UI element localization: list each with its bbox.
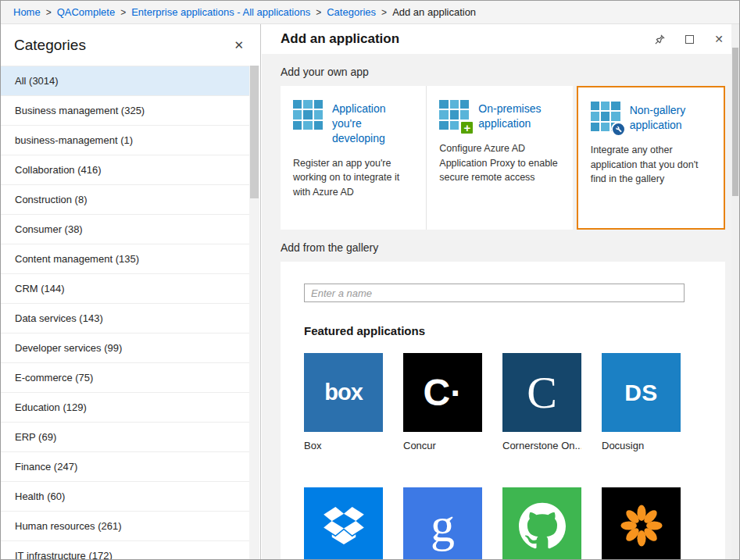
- google-logo-icon: g: [431, 501, 455, 549]
- blade-scrollbar-thumb[interactable]: [732, 48, 738, 196]
- app-tile-docusign[interactable]: DS: [602, 353, 681, 432]
- card-icon: +: [439, 100, 469, 130]
- app-label: Cornerstone On...: [502, 440, 581, 453]
- app-cell-box: boxBox: [304, 353, 383, 453]
- app-cell-docusign: DSDocusign: [602, 353, 681, 453]
- category-item[interactable]: Finance (247): [1, 451, 249, 481]
- azure-portal-window: Home>QAComplete>Enterprise applications …: [0, 0, 740, 560]
- plus-badge-icon: +: [459, 120, 474, 135]
- category-list: All (3014)Business management (325)busin…: [1, 66, 249, 559]
- own-app-card-on-premises[interactable]: +On-premises applicationConfigure Azure …: [426, 86, 572, 230]
- card-title: Non-gallery application: [630, 102, 711, 133]
- category-item[interactable]: All (3014): [1, 66, 249, 95]
- concur-logo-icon: C: [424, 374, 451, 412]
- card-description: Configure Azure AD Application Proxy to …: [439, 141, 559, 185]
- add-application-content: Add your own app Application you're deve…: [262, 54, 731, 559]
- app-label: Concur: [403, 440, 482, 453]
- category-item[interactable]: CRM (144): [1, 273, 249, 303]
- app-cell-google: g: [403, 487, 482, 559]
- add-application-panel: Add an application ✕ Add your own app Ap…: [262, 24, 739, 559]
- breadcrumb-separator: >: [381, 7, 387, 18]
- breadcrumb-item: Add an application: [392, 6, 476, 18]
- app-tile-cornerstone-ondemand[interactable]: C: [502, 353, 581, 432]
- docusign-logo-icon: DS: [624, 380, 658, 406]
- github-octocat-icon: [519, 502, 566, 552]
- category-item[interactable]: Consumer (38): [1, 214, 249, 244]
- card-title: Application you're developing: [332, 100, 413, 146]
- box-wordmark-icon: box: [324, 380, 363, 405]
- cornerstone-logo-icon: C: [527, 370, 557, 416]
- app-cell-concur: C·Concur: [403, 353, 482, 453]
- categories-close-icon[interactable]: ✕: [231, 37, 247, 52]
- category-item[interactable]: Content management (135): [1, 244, 249, 273]
- own-app-heading: Add your own app: [281, 66, 725, 78]
- categories-panel: Categories ✕ All (3014)Business manageme…: [1, 24, 261, 559]
- categories-scrollbar-thumb[interactable]: [250, 66, 259, 198]
- concur-dot-icon: ·: [450, 375, 462, 411]
- breadcrumb-item[interactable]: QAComplete: [57, 6, 115, 18]
- own-app-cards: Application you're developingRegister an…: [281, 86, 725, 230]
- card-icon: [591, 102, 620, 131]
- blade-controls: ✕: [653, 33, 728, 45]
- app-cell-cornerstone-ondemand: CCornerstone On...: [502, 353, 581, 453]
- gallery-box: Featured applications boxBoxC·ConcurCCor…: [281, 262, 725, 559]
- app-label: Box: [304, 440, 383, 453]
- add-application-header: Add an application ✕: [262, 24, 739, 54]
- app-tile-google[interactable]: g: [403, 487, 482, 559]
- breadcrumb-separator: >: [46, 7, 52, 18]
- card-description: Register an app you're working on to int…: [293, 156, 413, 200]
- mindbody-flower-icon: [619, 503, 664, 551]
- dropbox-logo-icon: [324, 507, 364, 548]
- maximize-icon[interactable]: [683, 33, 695, 45]
- category-item[interactable]: IT infrastructure (172): [1, 540, 249, 559]
- app-tile-mindbody[interactable]: [602, 487, 681, 559]
- category-item[interactable]: Construction (8): [1, 184, 249, 214]
- category-item[interactable]: Education (129): [1, 392, 249, 422]
- categories-header: Categories ✕: [1, 24, 260, 66]
- category-item[interactable]: Health (60): [1, 481, 249, 511]
- categories-title: Categories: [14, 37, 86, 54]
- category-item[interactable]: Human resources (261): [1, 511, 249, 540]
- app-cell-dropbox: [304, 487, 383, 559]
- featured-applications-heading: Featured applications: [304, 324, 702, 337]
- own-app-card-non-gallery[interactable]: Non-gallery applicationIntegrate any oth…: [577, 86, 725, 230]
- category-item[interactable]: E-commerce (75): [1, 362, 249, 392]
- breadcrumb: Home>QAComplete>Enterprise applications …: [1, 1, 739, 24]
- app-grid-icon: [293, 100, 323, 130]
- card-description: Integrate any other application that you…: [591, 143, 711, 187]
- breadcrumb-separator: >: [120, 7, 126, 18]
- app-label: Docusign: [602, 440, 681, 453]
- card-icon: [293, 100, 323, 130]
- card-head: Application you're developing: [293, 100, 413, 146]
- card-head: +On-premises application: [439, 100, 559, 131]
- breadcrumb-separator: >: [316, 7, 321, 18]
- pin-icon[interactable]: [653, 33, 666, 45]
- app-tile-dropbox[interactable]: [304, 487, 383, 559]
- blade-scrollbar[interactable]: [731, 24, 739, 559]
- category-item[interactable]: Developer services (99): [1, 333, 249, 362]
- app-cell-mindbody: [602, 487, 681, 559]
- gallery-heading: Add from the gallery: [281, 241, 725, 254]
- app-cell-github: [502, 487, 581, 559]
- breadcrumb-item[interactable]: Categories: [327, 6, 376, 18]
- page-title: Add an application: [281, 31, 653, 47]
- breadcrumb-item[interactable]: Home: [13, 6, 41, 18]
- own-app-card-developing[interactable]: Application you're developingRegister an…: [281, 86, 426, 230]
- category-item[interactable]: business-management (1): [1, 125, 249, 155]
- featured-apps-grid: boxBoxC·ConcurCCornerstone On...DSDocusi…: [304, 353, 702, 559]
- app-tile-concur[interactable]: C·: [403, 353, 482, 432]
- category-item[interactable]: ERP (69): [1, 422, 249, 451]
- breadcrumb-item[interactable]: Enterprise applications - All applicatio…: [131, 6, 310, 18]
- category-item[interactable]: Business management (325): [1, 95, 249, 125]
- wrench-badge-icon: [611, 122, 626, 137]
- app-tile-github[interactable]: [502, 487, 581, 559]
- card-head: Non-gallery application: [591, 102, 711, 133]
- category-item[interactable]: Data services (143): [1, 303, 249, 333]
- app-tile-box[interactable]: box: [304, 353, 383, 432]
- categories-scrollbar[interactable]: [249, 66, 259, 559]
- category-item[interactable]: Collaboration (416): [1, 155, 249, 184]
- blade-close-icon[interactable]: ✕: [713, 33, 725, 45]
- card-title: On-premises application: [478, 100, 559, 131]
- gallery-search-input[interactable]: [304, 284, 685, 302]
